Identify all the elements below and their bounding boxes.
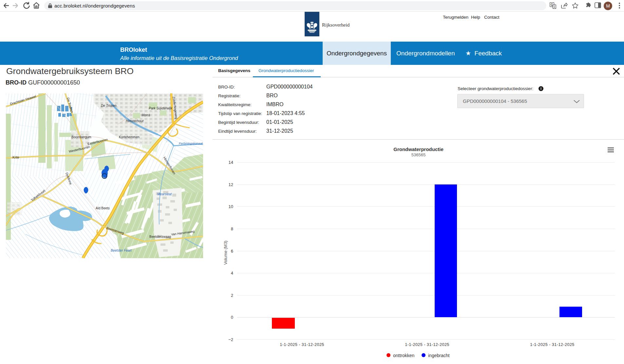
svg-text:Ferbiningskanaal: Ferbiningskanaal [179, 142, 203, 145]
svg-text:Krite: Krite [12, 156, 19, 159]
svg-text:Beetsterzwaag: Beetsterzwaag [149, 235, 171, 239]
svg-text:De Trisken: De Trisken [101, 104, 117, 107]
svg-text:Himsterhout: Himsterhout [126, 119, 144, 123]
svg-text:文: 文 [553, 5, 556, 9]
svg-text:Boornbergum: Boornbergum [71, 135, 91, 139]
svg-text:Morrà: Morrà [142, 113, 150, 117]
svg-text:Kortehemmen: Kortehemmen [119, 135, 140, 139]
svg-text:Park Suyderwijk: Park Suyderwijk [149, 106, 173, 110]
svg-text:Beetster Feart: Beetster Feart [111, 249, 132, 252]
svg-text:Ald Beets: Ald Beets [96, 206, 110, 210]
svg-text:Mearsleat: Mearsleat [157, 192, 172, 196]
